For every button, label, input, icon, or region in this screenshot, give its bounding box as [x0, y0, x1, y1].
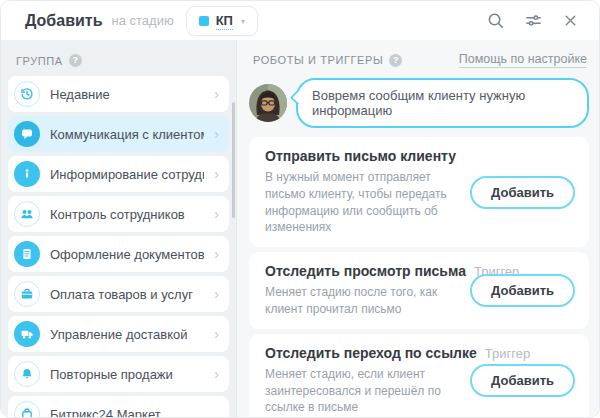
close-icon[interactable] [562, 12, 579, 29]
document-icon [14, 241, 40, 267]
chevron-right-icon: › [214, 127, 219, 141]
stage-color-swatch [199, 16, 209, 26]
dialog-title: Добавить [25, 12, 103, 30]
chevron-right-icon: › [214, 287, 219, 301]
sidebar-item-1[interactable]: Недавние › [8, 76, 229, 112]
sidebar-item-label: Битрикс24.Маркет [50, 407, 161, 418]
sidebar-item-label: Оплата товаров и услуг [50, 287, 193, 302]
add-robot-button[interactable]: Добавить [470, 176, 575, 209]
sidebar-scrollbar[interactable] [232, 102, 235, 218]
robot-trigger-badge: Триггер [485, 346, 530, 361]
info-icon [14, 161, 40, 187]
robot-card: Отследить просмотр письма Триггер Меняет… [249, 252, 589, 329]
sidebar-item-2[interactable]: Коммуникация с клиентом › [8, 116, 229, 152]
robots-panel: РОБОТЫ И ТРИГГЕРЫ ? Помощь по настройке [237, 40, 599, 417]
sidebar-item-6[interactable]: Оплата товаров и услуг › [8, 276, 229, 312]
assistant-avatar [249, 84, 287, 122]
sidebar-item-9[interactable]: Битрикс24.Маркет › [8, 396, 229, 417]
robot-card: Отправить письмо клиенту В нужный момент… [249, 137, 589, 247]
payment-icon [14, 281, 40, 307]
chevron-right-icon: › [214, 247, 219, 261]
group-section-label: ГРУППА [16, 55, 63, 67]
chevron-right-icon: › [214, 327, 219, 341]
delivery-truck-icon [14, 321, 40, 347]
history-icon [14, 81, 40, 107]
settings-sliders-icon[interactable] [524, 11, 543, 30]
chevron-down-icon: ▾ [241, 17, 245, 26]
robot-title: Отследить переход по ссылке [265, 345, 477, 361]
setup-help-link[interactable]: Помощь по настройке [459, 52, 587, 68]
group-help-icon[interactable]: ? [69, 54, 82, 67]
chevron-right-icon: › [214, 167, 219, 181]
robots-list: Отправить письмо клиенту В нужный момент… [249, 137, 589, 417]
dialog-header: Добавить на стадию КП ▾ [1, 1, 599, 40]
sidebar-item-label: Управление доставкой [50, 327, 187, 342]
robot-title: Отправить письмо клиенту [265, 148, 456, 164]
add-robot-dialog: Добавить на стадию КП ▾ ГРУППА ? Недавни… [0, 0, 600, 418]
chat-icon [14, 121, 40, 147]
robot-description: Меняет стадию после того, как клиент про… [265, 284, 460, 318]
sidebar-item-5[interactable]: Оформление документов › [8, 236, 229, 272]
robots-section-label: РОБОТЫ И ТРИГГЕРЫ [253, 54, 383, 66]
sidebar-item-label: Повторные продажи [50, 367, 173, 382]
dialog-subtitle: на стадию [112, 13, 174, 28]
add-robot-button[interactable]: Добавить [470, 364, 575, 397]
sidebar-item-8[interactable]: Повторные продажи › [8, 356, 229, 392]
sidebar-item-label: Коммуникация с клиентом [50, 127, 204, 142]
sidebar-item-label: Оформление документов [50, 247, 204, 262]
robot-description: Меняет стадию, если клиент заинтересовал… [265, 366, 460, 416]
repeat-sales-icon [14, 361, 40, 387]
chevron-right-icon: › [214, 367, 219, 381]
sidebar-item-4[interactable]: Контроль сотрудников › [8, 196, 229, 232]
robot-description: В нужный момент отправляет письмо клиент… [265, 169, 460, 236]
group-sidebar: ГРУППА ? Недавние › Коммуникация с клиен… [1, 40, 237, 417]
stage-selector[interactable]: КП ▾ [186, 6, 258, 36]
sidebar-item-label: Недавние [50, 87, 110, 102]
people-icon [14, 201, 40, 227]
robots-help-icon[interactable]: ? [389, 54, 402, 67]
chevron-right-icon: › [214, 207, 219, 221]
robot-title: Отследить просмотр письма [265, 263, 466, 279]
stage-name: КП [216, 13, 233, 30]
group-list: Недавние › Коммуникация с клиентом › Инф… [8, 76, 229, 417]
sidebar-item-label: Контроль сотрудников [50, 207, 185, 222]
market-bag-icon [14, 401, 40, 417]
search-icon[interactable] [486, 11, 505, 30]
add-robot-button[interactable]: Добавить [470, 274, 575, 307]
sidebar-item-3[interactable]: Информирование сотрудников › [8, 156, 229, 192]
chevron-right-icon: › [214, 87, 219, 101]
robot-card: Отследить переход по ссылке Триггер Меня… [249, 334, 589, 417]
sidebar-item-7[interactable]: Управление доставкой › [8, 316, 229, 352]
sidebar-item-label: Информирование сотрудников [50, 167, 204, 182]
assistant-message-bubble: Вовремя сообщим клиенту нужную информаци… [296, 78, 589, 128]
